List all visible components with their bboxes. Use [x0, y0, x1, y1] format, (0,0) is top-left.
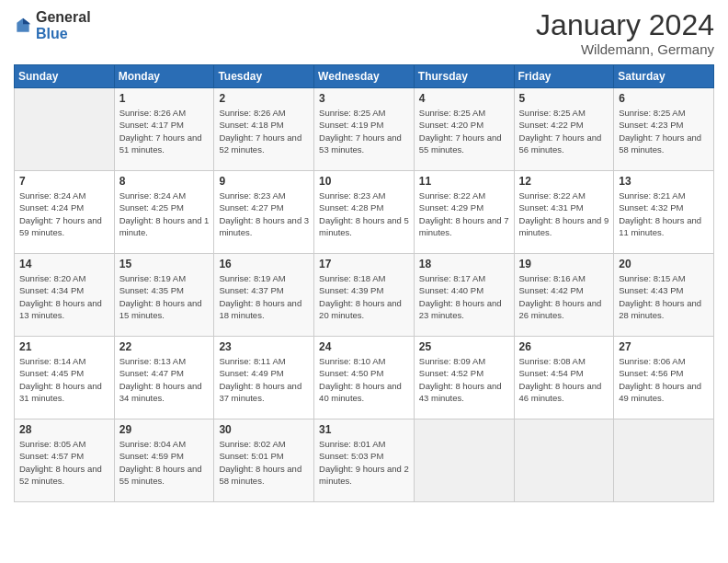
title-block: January 2024 Wildemann, Germany — [536, 9, 714, 57]
weekday-header-friday: Friday — [514, 65, 614, 88]
day-info: Sunrise: 8:06 AMSunset: 4:56 PMDaylight:… — [619, 355, 709, 404]
calendar-cell: 6Sunrise: 8:25 AMSunset: 4:23 PMDaylight… — [614, 88, 714, 171]
calendar-cell: 19Sunrise: 8:16 AMSunset: 4:42 PMDayligh… — [514, 254, 614, 337]
calendar-cell: 15Sunrise: 8:19 AMSunset: 4:35 PMDayligh… — [114, 254, 214, 337]
day-number: 22 — [119, 340, 210, 353]
page: General Blue January 2024 Wildemann, Ger… — [0, 0, 728, 563]
calendar-cell: 17Sunrise: 8:18 AMSunset: 4:39 PMDayligh… — [314, 254, 415, 337]
day-info: Sunrise: 8:22 AMSunset: 4:29 PMDaylight:… — [419, 190, 509, 238]
day-info: Sunrise: 8:19 AMSunset: 4:37 PMDaylight:… — [219, 272, 309, 321]
calendar-cell: 7Sunrise: 8:24 AMSunset: 4:24 PMDaylight… — [15, 171, 115, 254]
day-number: 14 — [19, 258, 109, 270]
day-info: Sunrise: 8:26 AMSunset: 4:18 PMDaylight:… — [219, 107, 309, 155]
calendar-cell: 16Sunrise: 8:19 AMSunset: 4:37 PMDayligh… — [214, 254, 314, 337]
logo-text: General Blue — [36, 9, 91, 42]
calendar-cell: 18Sunrise: 8:17 AMSunset: 4:40 PMDayligh… — [414, 254, 514, 337]
week-row-1: 1Sunrise: 8:26 AMSunset: 4:17 PMDaylight… — [15, 88, 714, 171]
calendar-cell — [514, 419, 614, 502]
day-info: Sunrise: 8:25 AMSunset: 4:22 PMDaylight:… — [519, 107, 609, 155]
day-info: Sunrise: 8:21 AMSunset: 4:32 PMDaylight:… — [619, 190, 709, 238]
day-number: 6 — [619, 92, 709, 105]
day-info: Sunrise: 8:25 AMSunset: 4:19 PMDaylight:… — [319, 107, 409, 155]
weekday-header-monday: Monday — [114, 65, 214, 88]
logo-blue: Blue — [36, 26, 68, 41]
day-info: Sunrise: 8:22 AMSunset: 4:31 PMDaylight:… — [519, 190, 609, 238]
day-info: Sunrise: 8:10 AMSunset: 4:50 PMDaylight:… — [319, 355, 409, 404]
day-number: 5 — [519, 92, 609, 105]
calendar-cell: 25Sunrise: 8:09 AMSunset: 4:52 PMDayligh… — [414, 337, 514, 419]
day-number: 4 — [419, 92, 509, 105]
day-info: Sunrise: 8:02 AMSunset: 5:01 PMDaylight:… — [219, 438, 309, 487]
day-number: 29 — [119, 423, 210, 436]
location-title: Wildemann, Germany — [536, 41, 714, 57]
day-info: Sunrise: 8:11 AMSunset: 4:49 PMDaylight:… — [219, 355, 309, 404]
weekday-row: SundayMondayTuesdayWednesdayThursdayFrid… — [15, 65, 714, 88]
calendar-header: SundayMondayTuesdayWednesdayThursdayFrid… — [15, 65, 714, 88]
day-number: 10 — [319, 175, 409, 188]
day-info: Sunrise: 8:01 AMSunset: 5:03 PMDaylight:… — [319, 438, 409, 487]
calendar-table: SundayMondayTuesdayWednesdayThursdayFrid… — [14, 64, 714, 502]
day-info: Sunrise: 8:08 AMSunset: 4:54 PMDaylight:… — [519, 355, 609, 404]
calendar-cell: 9Sunrise: 8:23 AMSunset: 4:27 PMDaylight… — [214, 171, 314, 254]
day-number: 12 — [519, 175, 609, 188]
day-number: 15 — [119, 258, 210, 270]
day-number: 11 — [419, 175, 509, 188]
calendar-cell: 4Sunrise: 8:25 AMSunset: 4:20 PMDaylight… — [414, 88, 514, 171]
calendar-cell: 8Sunrise: 8:24 AMSunset: 4:25 PMDaylight… — [114, 171, 214, 254]
calendar-cell: 3Sunrise: 8:25 AMSunset: 4:19 PMDaylight… — [314, 88, 415, 171]
day-info: Sunrise: 8:05 AMSunset: 4:57 PMDaylight:… — [19, 438, 109, 487]
day-number: 3 — [319, 92, 409, 105]
day-info: Sunrise: 8:25 AMSunset: 4:23 PMDaylight:… — [619, 107, 709, 155]
day-info: Sunrise: 8:15 AMSunset: 4:43 PMDaylight:… — [619, 272, 709, 321]
calendar-cell: 10Sunrise: 8:23 AMSunset: 4:28 PMDayligh… — [314, 171, 415, 254]
day-info: Sunrise: 8:14 AMSunset: 4:45 PMDaylight:… — [19, 355, 109, 404]
calendar-cell: 2Sunrise: 8:26 AMSunset: 4:18 PMDaylight… — [214, 88, 314, 171]
calendar-cell: 20Sunrise: 8:15 AMSunset: 4:43 PMDayligh… — [614, 254, 714, 337]
calendar-cell: 14Sunrise: 8:20 AMSunset: 4:34 PMDayligh… — [15, 254, 115, 337]
calendar-cell: 24Sunrise: 8:10 AMSunset: 4:50 PMDayligh… — [314, 337, 415, 419]
day-info: Sunrise: 8:18 AMSunset: 4:39 PMDaylight:… — [319, 272, 409, 321]
week-row-4: 21Sunrise: 8:14 AMSunset: 4:45 PMDayligh… — [15, 337, 714, 419]
day-number: 17 — [319, 258, 409, 270]
day-info: Sunrise: 8:16 AMSunset: 4:42 PMDaylight:… — [519, 272, 609, 321]
day-info: Sunrise: 8:23 AMSunset: 4:27 PMDaylight:… — [219, 190, 309, 238]
weekday-header-sunday: Sunday — [15, 65, 115, 88]
day-info: Sunrise: 8:20 AMSunset: 4:34 PMDaylight:… — [19, 272, 109, 321]
day-info: Sunrise: 8:09 AMSunset: 4:52 PMDaylight:… — [419, 355, 509, 404]
logo-general: General — [36, 9, 91, 25]
calendar-cell: 21Sunrise: 8:14 AMSunset: 4:45 PMDayligh… — [15, 337, 115, 419]
weekday-header-wednesday: Wednesday — [314, 65, 415, 88]
day-number: 31 — [319, 423, 409, 436]
calendar-cell: 27Sunrise: 8:06 AMSunset: 4:56 PMDayligh… — [614, 337, 714, 419]
day-number: 8 — [119, 175, 210, 188]
month-title: January 2024 — [536, 9, 714, 41]
calendar-body: 1Sunrise: 8:26 AMSunset: 4:17 PMDaylight… — [15, 88, 714, 502]
day-number: 19 — [519, 258, 609, 270]
weekday-header-thursday: Thursday — [414, 65, 514, 88]
day-number: 23 — [219, 340, 309, 353]
weekday-header-tuesday: Tuesday — [214, 65, 314, 88]
day-number: 1 — [119, 92, 210, 105]
day-number: 20 — [619, 258, 709, 270]
day-info: Sunrise: 8:19 AMSunset: 4:35 PMDaylight:… — [119, 272, 210, 321]
calendar-cell: 26Sunrise: 8:08 AMSunset: 4:54 PMDayligh… — [514, 337, 614, 419]
calendar-cell — [15, 88, 115, 171]
week-row-5: 28Sunrise: 8:05 AMSunset: 4:57 PMDayligh… — [15, 419, 714, 502]
day-info: Sunrise: 8:26 AMSunset: 4:17 PMDaylight:… — [119, 107, 210, 155]
calendar-cell: 28Sunrise: 8:05 AMSunset: 4:57 PMDayligh… — [15, 419, 115, 502]
day-info: Sunrise: 8:04 AMSunset: 4:59 PMDaylight:… — [119, 438, 210, 487]
day-number: 24 — [319, 340, 409, 353]
day-number: 18 — [419, 258, 509, 270]
calendar-cell: 22Sunrise: 8:13 AMSunset: 4:47 PMDayligh… — [114, 337, 214, 419]
calendar-cell: 1Sunrise: 8:26 AMSunset: 4:17 PMDaylight… — [114, 88, 214, 171]
day-number: 25 — [419, 340, 509, 353]
calendar-cell: 31Sunrise: 8:01 AMSunset: 5:03 PMDayligh… — [314, 419, 415, 502]
calendar-cell: 30Sunrise: 8:02 AMSunset: 5:01 PMDayligh… — [214, 419, 314, 502]
day-number: 30 — [219, 423, 309, 436]
day-number: 16 — [219, 258, 309, 270]
day-info: Sunrise: 8:25 AMSunset: 4:20 PMDaylight:… — [419, 107, 509, 155]
calendar-cell: 29Sunrise: 8:04 AMSunset: 4:59 PMDayligh… — [114, 419, 214, 502]
header: General Blue January 2024 Wildemann, Ger… — [14, 9, 714, 57]
calendar-cell: 13Sunrise: 8:21 AMSunset: 4:32 PMDayligh… — [614, 171, 714, 254]
day-number: 7 — [19, 175, 109, 188]
